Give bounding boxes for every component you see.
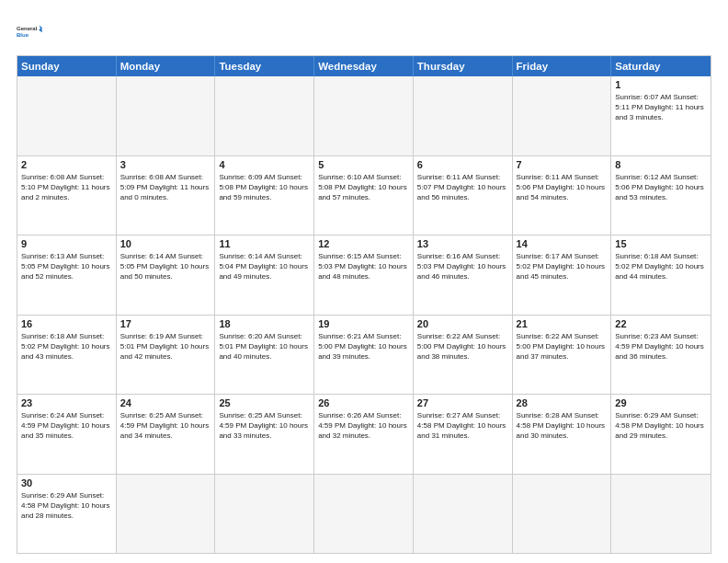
cal-week-row: 30Sunrise: 6:29 AM Sunset: 4:58 PM Dayli… [17, 475, 711, 554]
cell-info: Sunrise: 6:11 AM Sunset: 5:07 PM Dayligh… [417, 172, 508, 203]
cal-cell: 2Sunrise: 6:08 AM Sunset: 5:10 PM Daylig… [17, 156, 117, 236]
cal-header-wednesday: Wednesday [314, 56, 414, 76]
cal-cell: 15Sunrise: 6:18 AM Sunset: 5:02 PM Dayli… [611, 236, 711, 315]
cal-cell: 29Sunrise: 6:29 AM Sunset: 4:58 PM Dayli… [611, 395, 711, 474]
cell-info: Sunrise: 6:11 AM Sunset: 5:06 PM Dayligh… [517, 172, 608, 203]
day-number: 30 [21, 477, 112, 488]
day-number: 1 [615, 79, 707, 90]
cell-info: Sunrise: 6:08 AM Sunset: 5:09 PM Dayligh… [120, 172, 211, 203]
generalblue-logo-icon: GeneralBlue [17, 17, 46, 46]
day-number: 19 [318, 318, 409, 329]
cal-cell [314, 475, 414, 554]
day-number: 21 [517, 318, 608, 329]
cal-week-row: 2Sunrise: 6:08 AM Sunset: 5:10 PM Daylig… [17, 156, 711, 236]
page: GeneralBlue SundayMondayTuesdayWednesday… [0, 0, 728, 563]
cal-cell: 13Sunrise: 6:16 AM Sunset: 5:03 PM Dayli… [414, 236, 513, 315]
cell-info: Sunrise: 6:22 AM Sunset: 5:00 PM Dayligh… [417, 331, 508, 362]
cell-info: Sunrise: 6:09 AM Sunset: 5:08 PM Dayligh… [219, 172, 310, 203]
cal-cell: 17Sunrise: 6:19 AM Sunset: 5:01 PM Dayli… [117, 316, 216, 395]
cal-cell: 24Sunrise: 6:25 AM Sunset: 4:59 PM Dayli… [117, 395, 216, 474]
day-number: 5 [318, 159, 409, 170]
cal-cell [117, 475, 216, 554]
cell-info: Sunrise: 6:18 AM Sunset: 5:02 PM Dayligh… [615, 251, 707, 282]
day-number: 20 [417, 318, 508, 329]
cell-info: Sunrise: 6:14 AM Sunset: 5:04 PM Dayligh… [219, 251, 310, 282]
cal-cell: 6Sunrise: 6:11 AM Sunset: 5:07 PM Daylig… [414, 156, 513, 236]
day-number: 13 [417, 238, 508, 249]
cal-cell: 10Sunrise: 6:14 AM Sunset: 5:05 PM Dayli… [117, 236, 216, 315]
cell-info: Sunrise: 6:07 AM Sunset: 5:11 PM Dayligh… [615, 92, 707, 123]
cell-info: Sunrise: 6:17 AM Sunset: 5:02 PM Dayligh… [517, 251, 608, 282]
day-number: 12 [318, 238, 409, 249]
calendar-header-row: SundayMondayTuesdayWednesdayThursdayFrid… [17, 56, 711, 76]
day-number: 26 [318, 397, 409, 408]
cell-info: Sunrise: 6:18 AM Sunset: 5:02 PM Dayligh… [21, 331, 112, 362]
cal-cell: 22Sunrise: 6:23 AM Sunset: 4:59 PM Dayli… [611, 316, 711, 395]
cell-info: Sunrise: 6:21 AM Sunset: 5:00 PM Dayligh… [318, 331, 409, 362]
cal-cell [513, 475, 612, 554]
cal-cell [314, 76, 414, 155]
cell-info: Sunrise: 6:13 AM Sunset: 5:05 PM Dayligh… [21, 251, 112, 282]
cal-cell: 1Sunrise: 6:07 AM Sunset: 5:11 PM Daylig… [611, 76, 711, 155]
day-number: 6 [417, 159, 508, 170]
cell-info: Sunrise: 6:29 AM Sunset: 4:58 PM Dayligh… [615, 410, 707, 442]
cell-info: Sunrise: 6:16 AM Sunset: 5:03 PM Dayligh… [417, 251, 508, 282]
cell-info: Sunrise: 6:14 AM Sunset: 5:05 PM Dayligh… [120, 251, 211, 282]
logo: GeneralBlue [17, 17, 46, 46]
cal-cell: 4Sunrise: 6:09 AM Sunset: 5:08 PM Daylig… [215, 156, 314, 236]
day-number: 28 [517, 397, 608, 408]
cal-week-row: 16Sunrise: 6:18 AM Sunset: 5:02 PM Dayli… [17, 316, 711, 396]
cal-cell [215, 475, 314, 554]
cell-info: Sunrise: 6:20 AM Sunset: 5:01 PM Dayligh… [219, 331, 310, 362]
cal-cell: 19Sunrise: 6:21 AM Sunset: 5:00 PM Dayli… [314, 316, 414, 395]
cal-cell: 3Sunrise: 6:08 AM Sunset: 5:09 PM Daylig… [117, 156, 216, 236]
cal-cell: 26Sunrise: 6:26 AM Sunset: 4:59 PM Dayli… [314, 395, 414, 474]
cell-info: Sunrise: 6:24 AM Sunset: 4:59 PM Dayligh… [21, 410, 112, 442]
day-number: 24 [120, 397, 211, 408]
day-number: 2 [21, 159, 112, 170]
cal-week-row: 9Sunrise: 6:13 AM Sunset: 5:05 PM Daylig… [17, 236, 711, 316]
cal-week-row: 1Sunrise: 6:07 AM Sunset: 5:11 PM Daylig… [17, 76, 711, 156]
cell-info: Sunrise: 6:26 AM Sunset: 4:59 PM Dayligh… [318, 410, 409, 442]
day-number: 15 [615, 238, 707, 249]
cal-cell: 12Sunrise: 6:15 AM Sunset: 5:03 PM Dayli… [314, 236, 414, 315]
day-number: 7 [517, 159, 608, 170]
cell-info: Sunrise: 6:28 AM Sunset: 4:58 PM Dayligh… [517, 410, 608, 442]
cal-cell: 21Sunrise: 6:22 AM Sunset: 5:00 PM Dayli… [513, 316, 612, 395]
cal-cell: 8Sunrise: 6:12 AM Sunset: 5:06 PM Daylig… [611, 156, 711, 236]
cal-week-row: 23Sunrise: 6:24 AM Sunset: 4:59 PM Dayli… [17, 395, 711, 475]
cell-info: Sunrise: 6:25 AM Sunset: 4:59 PM Dayligh… [219, 410, 310, 442]
cal-header-monday: Monday [117, 56, 216, 76]
calendar-body: 1Sunrise: 6:07 AM Sunset: 5:11 PM Daylig… [17, 76, 711, 553]
cell-info: Sunrise: 6:29 AM Sunset: 4:58 PM Dayligh… [21, 490, 112, 522]
day-number: 9 [21, 238, 112, 249]
cal-cell: 18Sunrise: 6:20 AM Sunset: 5:01 PM Dayli… [215, 316, 314, 395]
cell-info: Sunrise: 6:12 AM Sunset: 5:06 PM Dayligh… [615, 172, 707, 203]
day-number: 23 [21, 397, 112, 408]
day-number: 10 [120, 238, 211, 249]
cal-cell [215, 76, 314, 155]
day-number: 14 [517, 238, 608, 249]
cal-cell: 7Sunrise: 6:11 AM Sunset: 5:06 PM Daylig… [513, 156, 612, 236]
cal-cell: 9Sunrise: 6:13 AM Sunset: 5:05 PM Daylig… [17, 236, 117, 315]
day-number: 8 [615, 159, 707, 170]
cell-info: Sunrise: 6:27 AM Sunset: 4:58 PM Dayligh… [417, 410, 508, 442]
cal-cell: 11Sunrise: 6:14 AM Sunset: 5:04 PM Dayli… [215, 236, 314, 315]
cal-cell [414, 475, 513, 554]
cell-info: Sunrise: 6:15 AM Sunset: 5:03 PM Dayligh… [318, 251, 409, 282]
cal-cell: 27Sunrise: 6:27 AM Sunset: 4:58 PM Dayli… [414, 395, 513, 474]
cal-cell [17, 76, 117, 155]
cal-header-saturday: Saturday [611, 56, 711, 76]
cell-info: Sunrise: 6:25 AM Sunset: 4:59 PM Dayligh… [120, 410, 211, 442]
day-number: 11 [219, 238, 310, 249]
cal-cell: 20Sunrise: 6:22 AM Sunset: 5:00 PM Dayli… [414, 316, 513, 395]
cal-cell: 5Sunrise: 6:10 AM Sunset: 5:08 PM Daylig… [314, 156, 414, 236]
svg-text:General: General [17, 26, 38, 31]
cal-cell: 30Sunrise: 6:29 AM Sunset: 4:58 PM Dayli… [17, 475, 117, 554]
cell-info: Sunrise: 6:10 AM Sunset: 5:08 PM Dayligh… [318, 172, 409, 203]
calendar: SundayMondayTuesdayWednesdayThursdayFrid… [17, 55, 711, 554]
day-number: 16 [21, 318, 112, 329]
day-number: 29 [615, 397, 707, 408]
day-number: 17 [120, 318, 211, 329]
svg-text:Blue: Blue [17, 32, 29, 38]
